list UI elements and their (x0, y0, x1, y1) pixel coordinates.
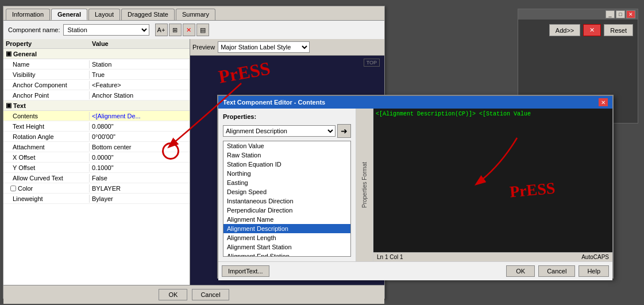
dropdown-item[interactable]: Perpendicular Direction (223, 206, 350, 215)
dropdown-item[interactable]: Easting (223, 178, 350, 187)
prop-row-name[interactable]: Name Station (3, 59, 190, 70)
text-collapse-icon[interactable]: ▣ (6, 102, 11, 109)
dropdown-item[interactable]: Instantaneous Direction (223, 196, 350, 206)
prop-row-y-offset[interactable]: Y Offset 0.1000" (3, 163, 190, 173)
prop-row-visibility[interactable]: Visibility True (3, 70, 190, 80)
prop-val-lineweight: Bylayer (90, 195, 190, 203)
col-val-header: Value (92, 40, 187, 47)
prop-val-anchor-component: <Feature> (90, 81, 190, 89)
dropdown-item[interactable]: Alignment End Station (223, 252, 350, 257)
settings-btn[interactable]: ▤ (196, 24, 209, 36)
editor-text-area[interactable]: <[Alignment Description(CP)]> <[Station … (373, 109, 612, 252)
prop-val-curved-text: False (90, 174, 190, 182)
dropdown-item[interactable]: Alignment Name (223, 215, 350, 224)
prop-val-y-offset: 0.1000" (90, 164, 190, 172)
editor-middle: Properties Format (356, 109, 373, 261)
prop-row-text-height[interactable]: Text Height 0.0800" (3, 121, 190, 132)
prop-row-lineweight[interactable]: Lineweight Bylayer (3, 194, 190, 204)
secondary-titlebar: _ □ ✕ (518, 9, 638, 20)
prop-name-anchor-point: Anchor Point (3, 91, 90, 99)
editor-titlebar: Text Component Editor - Contents ✕ (218, 96, 612, 109)
dropdown-list: Station ValueRaw StationStation Equation… (223, 141, 351, 257)
prop-name-rotation: Rotation Angle (3, 133, 90, 141)
top-label: TOP (364, 59, 380, 67)
editor-ok-button[interactable]: OK (506, 265, 535, 277)
prop-row-curved-text[interactable]: Allow Curved Text False (3, 173, 190, 183)
prop-row-color[interactable]: Color BYLAYER (3, 183, 190, 194)
minimize-btn[interactable]: _ (606, 10, 615, 18)
dropdown-item[interactable]: Alignment Description (223, 224, 350, 233)
dropdown-item[interactable]: Alignment Length (223, 233, 350, 242)
prop-val-name: Station (90, 60, 190, 68)
remove-btn[interactable]: ✕ (583, 24, 601, 36)
insert-arrow-btn[interactable]: ➜ (337, 124, 351, 138)
middle-label: Properties Format (361, 162, 368, 208)
editor-close-btn[interactable]: ✕ (599, 98, 608, 106)
delete-btn[interactable]: ✕ (183, 24, 195, 36)
prop-name-x-offset: X Offset (3, 153, 90, 161)
close-btn[interactable]: ✕ (626, 10, 635, 18)
dropdown-item[interactable]: Raw Station (223, 150, 350, 160)
text-group-header: ▣ Text (3, 101, 190, 111)
prop-header: Property Value (3, 39, 190, 49)
prop-val-color: BYLAYER (90, 184, 190, 192)
tab-summary[interactable]: Summary (176, 9, 215, 20)
prop-val-attachment: Bottom center (90, 143, 190, 151)
import-text-button[interactable]: ImportText... (222, 265, 269, 277)
dropdown-item[interactable]: Alignment Start Station (223, 242, 350, 252)
component-name-select[interactable]: Station (63, 24, 149, 36)
prop-name-lineweight: Lineweight (3, 195, 90, 203)
tab-dragged-state[interactable]: Dragged State (121, 9, 175, 20)
dropdown-item[interactable]: Station Value (223, 141, 350, 150)
general-collapse-icon[interactable]: ▣ (6, 50, 11, 57)
color-checkbox[interactable] (10, 186, 16, 191)
prop-row-attachment[interactable]: Attachment Bottom center (3, 142, 190, 152)
editor-left: Properties: Alignment Description ➜ Stat… (218, 109, 356, 261)
prop-row-rotation[interactable]: Rotation Angle 0°00'00" (3, 132, 190, 142)
prop-name-curved-text: Allow Curved Text (3, 174, 90, 182)
status-position: Ln 1 Col 1 (377, 254, 403, 260)
preview-label: Preview (192, 44, 215, 51)
add-style-btn[interactable]: A+ (155, 24, 168, 36)
prop-row-x-offset[interactable]: X Offset 0.0000" (3, 152, 190, 163)
add-button[interactable]: Add>> (549, 24, 580, 36)
main-cancel-button[interactable]: Cancel (192, 289, 229, 300)
editor-status-bar: Ln 1 Col 1 AutoCAPS (373, 252, 612, 261)
prop-val-text-height: 0.0800" (90, 122, 190, 130)
prop-name-color: Color (3, 184, 90, 192)
prop-name-visibility: Visibility (3, 71, 90, 79)
properties-select-row: Alignment Description ➜ (223, 124, 351, 138)
copy-btn[interactable]: ⊞ (169, 24, 182, 36)
prop-row-contents[interactable]: Contents <[Alignment De... (3, 111, 190, 121)
property-panel: Property Value ▣ General Name Station Vi… (3, 39, 190, 285)
reset-button[interactable]: Reset (604, 24, 633, 36)
dropdown-item[interactable]: Northing (223, 169, 350, 178)
secondary-content: Add>> ✕ Reset (518, 20, 638, 41)
tab-information[interactable]: Information (6, 9, 50, 20)
prop-name-attachment: Attachment (3, 143, 90, 151)
editor-help-button[interactable]: Help (579, 265, 609, 277)
col-prop-header: Property (6, 40, 92, 47)
general-group-header: ▣ General (3, 49, 190, 59)
bottom-bar: OK Cancel (3, 285, 384, 304)
dropdown-item[interactable]: Design Speed (223, 187, 350, 196)
prop-row-anchor-component[interactable]: Anchor Component <Feature> (3, 80, 190, 90)
editor-footer: ImportText... OK Cancel Help (218, 261, 612, 280)
prop-name-anchor-component: Anchor Component (3, 81, 90, 89)
component-name-label: Component name: (8, 26, 60, 33)
editor-cancel-button[interactable]: Cancel (538, 265, 575, 277)
tab-layout[interactable]: Layout (88, 9, 120, 20)
prop-val-rotation: 0°00'00" (90, 133, 190, 141)
restore-btn[interactable]: □ (616, 10, 625, 18)
style-select[interactable]: Major Station Label Style (218, 41, 310, 53)
prop-name-name: Name (3, 60, 90, 68)
main-ok-button[interactable]: OK (159, 289, 187, 300)
prop-row-anchor-point[interactable]: Anchor Point Anchor Station (3, 90, 190, 101)
dropdown-item[interactable]: Station Equation ID (223, 160, 350, 169)
tab-bar: Information General Layout Dragged State… (3, 6, 384, 21)
tab-general[interactable]: General (51, 9, 87, 20)
editor-body: Properties: Alignment Description ➜ Stat… (218, 109, 612, 261)
properties-dropdown[interactable]: Alignment Description (223, 125, 336, 137)
prop-name-text-height: Text Height (3, 122, 90, 130)
sec-buttons: Add>> ✕ Reset (523, 24, 633, 36)
